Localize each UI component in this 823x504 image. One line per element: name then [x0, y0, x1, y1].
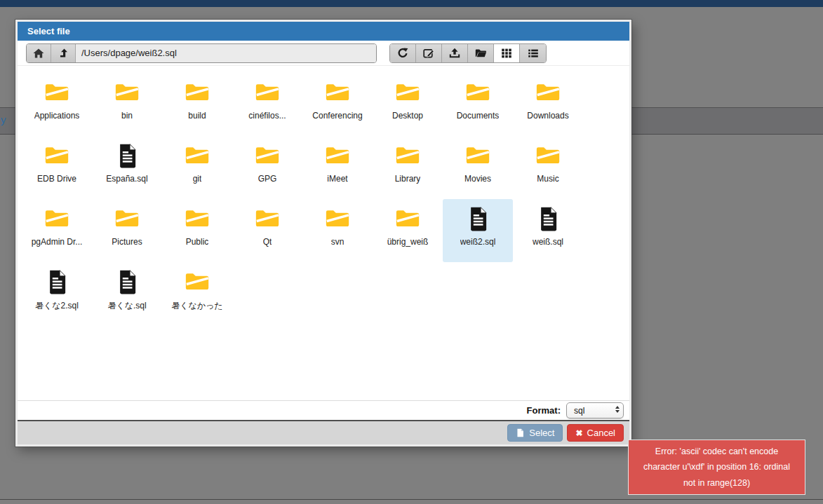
folder-item[interactable]: Downloads [513, 73, 583, 136]
folder-icon [464, 81, 492, 104]
folder-item[interactable]: pgAdmin Dr... [22, 199, 92, 262]
select-button-label: Select [529, 428, 554, 438]
file-label: bin [121, 111, 133, 121]
folder-item[interactable]: Qt [232, 199, 302, 262]
file-label: Desktop [392, 111, 423, 121]
format-select[interactable]: sql [566, 402, 624, 418]
folder-icon [184, 144, 211, 167]
cancel-button[interactable]: ✖ Cancel [567, 424, 624, 442]
file-icon [516, 428, 525, 438]
folder-icon [44, 81, 71, 104]
folder-icon [394, 207, 422, 230]
folder-icon [254, 144, 281, 167]
dialog-toolbar [18, 41, 629, 66]
folder-item[interactable]: Pictures [92, 199, 162, 262]
grid-view-icon [501, 48, 512, 59]
file-label: build [188, 111, 206, 121]
file-grid: Applications bin build cinéfilos... Conf… [18, 66, 629, 400]
dialog-titlebar[interactable]: Select file [18, 22, 629, 41]
folder-icon [535, 81, 562, 104]
file-label: svn [331, 237, 344, 247]
file-icon [537, 206, 559, 232]
screen: y Select file [0, 0, 823, 504]
file-item[interactable]: 暑くな.sql [92, 262, 162, 325]
folder-item[interactable]: svn [302, 199, 373, 262]
path-bar [26, 43, 377, 63]
file-label: weiß.sql [533, 237, 563, 247]
file-label: 暑くな.sql [107, 300, 146, 312]
file-label: Pictures [112, 237, 142, 247]
path-input[interactable] [76, 44, 376, 62]
folder-item[interactable]: bin [92, 73, 162, 136]
file-item[interactable]: weiß2.sql [443, 199, 513, 262]
refresh-icon [397, 48, 408, 59]
folder-item[interactable]: Conferencing [302, 73, 373, 136]
file-label: EDB Drive [37, 174, 76, 184]
folder-item[interactable]: iMeet [302, 136, 373, 199]
select-file-dialog: Select file [15, 20, 631, 447]
file-label: Conferencing [312, 111, 362, 121]
upload-button[interactable] [442, 44, 468, 62]
folder-item[interactable]: Music [513, 136, 583, 199]
folder-icon [184, 81, 211, 104]
folder-item[interactable]: Movies [443, 136, 513, 199]
folder-icon [394, 144, 422, 167]
error-toast-text: Error: 'ascii' codec can't encode charac… [638, 444, 795, 491]
select-spinner-icon [615, 406, 620, 413]
folder-item[interactable]: build [162, 73, 232, 136]
file-item[interactable]: España.sql [92, 136, 162, 199]
home-button[interactable] [27, 44, 51, 62]
folder-item[interactable]: übrig_weiß [373, 199, 443, 262]
file-label: Downloads [527, 111, 568, 121]
folder-icon [254, 81, 281, 104]
rename-icon [423, 48, 434, 59]
upload-icon [449, 48, 460, 59]
file-icon [116, 143, 138, 169]
format-value: sql [574, 406, 584, 416]
folder-item[interactable]: GPG [232, 136, 302, 199]
select-button[interactable]: Select [507, 424, 563, 442]
dialog-footer: Select ✖ Cancel [18, 420, 629, 444]
folder-icon [114, 207, 141, 230]
file-label: España.sql [106, 174, 147, 184]
file-label: Movies [464, 174, 491, 184]
folder-icon [44, 207, 71, 230]
up-directory-button[interactable] [51, 44, 76, 62]
folder-item[interactable]: Desktop [373, 73, 443, 136]
cancel-button-label: Cancel [587, 428, 615, 438]
file-icon [467, 206, 489, 232]
folder-icon [184, 271, 211, 293]
rename-button[interactable] [416, 44, 442, 62]
file-icon [46, 269, 68, 295]
error-toast[interactable]: Error: 'ascii' codec can't encode charac… [628, 440, 805, 495]
folder-item[interactable]: Public [162, 199, 232, 262]
folder-item[interactable]: Applications [22, 73, 92, 136]
file-label: iMeet [327, 174, 347, 184]
list-view-button[interactable] [520, 44, 546, 62]
folder-item[interactable]: Documents [443, 73, 513, 136]
folder-icon [324, 81, 352, 104]
file-item[interactable]: 暑くな2.sql [22, 262, 92, 325]
open-folder-button[interactable] [468, 44, 494, 62]
refresh-button[interactable] [390, 44, 416, 62]
folder-item[interactable]: cinéfilos... [232, 73, 302, 136]
format-row: Format: sql [18, 400, 629, 420]
folder-item[interactable]: git [162, 136, 232, 199]
file-icon [116, 269, 138, 295]
file-item[interactable]: weiß.sql [513, 199, 583, 262]
folder-item[interactable]: 暑くなかった [162, 262, 232, 325]
file-label: weiß2.sql [460, 237, 496, 247]
folder-icon [475, 48, 486, 59]
folder-item[interactable]: EDB Drive [22, 136, 92, 199]
top-navbar [0, 0, 823, 7]
folder-icon [464, 144, 492, 167]
folder-icon [254, 207, 281, 230]
file-label: Library [395, 174, 421, 184]
file-label: Public [186, 237, 209, 247]
file-label: übrig_weiß [387, 237, 429, 247]
folder-item[interactable]: Library [373, 136, 443, 199]
grid-view-button[interactable] [494, 44, 520, 62]
file-label: git [193, 174, 202, 184]
file-label: 暑くなかった [171, 300, 222, 312]
file-label: Music [537, 174, 558, 184]
